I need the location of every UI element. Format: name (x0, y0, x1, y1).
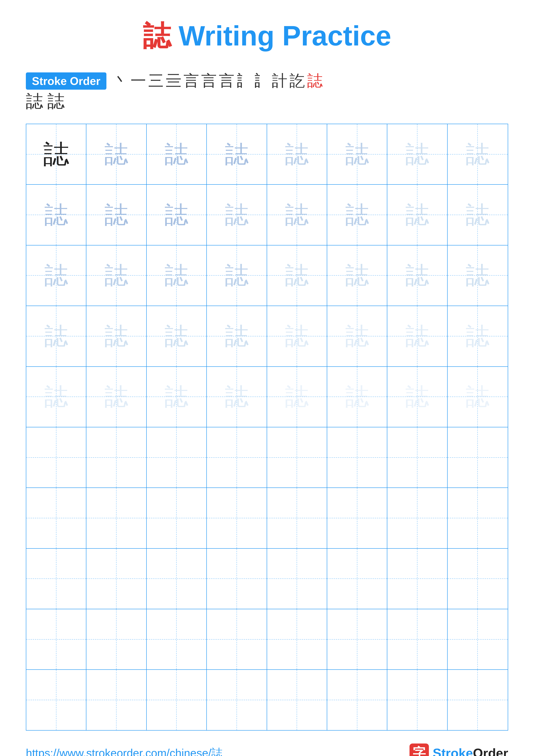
grid-row-10 (26, 670, 508, 730)
grid-cell: 誌 (207, 245, 267, 306)
grid-row-9 (26, 609, 508, 670)
grid-cell-empty[interactable] (207, 549, 267, 609)
stroke-10: 計 (272, 72, 287, 90)
grid-cell: 誌 (327, 306, 387, 366)
grid-cell-empty[interactable] (447, 670, 508, 730)
grid-cell: 誌 (207, 367, 267, 427)
grid-cell: 誌 (327, 185, 387, 245)
grid-cell-empty[interactable] (447, 549, 508, 609)
grid-cell: 誌 (447, 367, 508, 427)
stroke-second-row: 誌 誌 (26, 92, 64, 111)
page-title: 誌 Writing Practice (143, 17, 391, 55)
grid-cell-empty[interactable] (207, 670, 267, 730)
grid-cell-empty[interactable] (26, 609, 87, 669)
grid-cell-empty[interactable] (387, 427, 447, 487)
grid-cell-empty[interactable] (26, 488, 87, 548)
grid-cell-empty[interactable] (87, 427, 146, 487)
grid-cell-empty[interactable] (267, 670, 327, 730)
grid-cell: 誌 (387, 245, 447, 306)
grid-cell: 誌 (147, 185, 207, 245)
grid-cell-empty[interactable] (387, 609, 447, 669)
grid-cell: 誌 (26, 124, 87, 184)
grid-cell: 誌 (26, 367, 87, 427)
grid-cell: 誌 (327, 245, 387, 306)
grid-cell-empty[interactable] (147, 670, 207, 730)
grid-cell-empty[interactable] (327, 670, 387, 730)
grid-cell-empty[interactable] (147, 488, 207, 548)
grid-cell: 誌 (87, 367, 146, 427)
grid-cell: 誌 (267, 185, 327, 245)
grid-cell-empty[interactable] (87, 549, 146, 609)
grid-cell: 誌 (447, 245, 508, 306)
stroke-6: 言 (201, 72, 217, 90)
grid-cell: 誌 (147, 306, 207, 366)
stroke-1: 丶 (113, 72, 128, 90)
grid-row-6 (26, 427, 508, 488)
grid-cell-empty[interactable] (87, 670, 146, 730)
grid-cell-empty[interactable] (327, 488, 387, 548)
grid-cell: 誌 (327, 124, 387, 184)
grid-cell: 誌 (387, 124, 447, 184)
grid-cell: 誌 (447, 124, 508, 184)
grid-cell-empty[interactable] (147, 609, 207, 669)
grid-cell-empty[interactable] (26, 670, 87, 730)
grid-cell-empty[interactable] (387, 549, 447, 609)
grid-cell-empty[interactable] (267, 609, 327, 669)
grid-cell-empty[interactable] (26, 427, 87, 487)
grid-cell: 誌 (447, 306, 508, 366)
footer: https://www.strokeorder.com/chinese/誌 字 … (26, 743, 508, 756)
stroke-3: 三 (148, 72, 164, 90)
practice-grid: 誌 誌 誌 誌 誌 誌 誌 誌 誌 誌 誌 誌 誌 誌 誌 誌 誌 誌 誌 誌 … (26, 124, 508, 731)
grid-cell-empty[interactable] (387, 488, 447, 548)
grid-cell: 誌 (147, 124, 207, 184)
page: 誌 Writing Practice Stroke Order 丶 一 三 亖 … (0, 0, 534, 756)
grid-cell-empty[interactable] (87, 609, 146, 669)
grid-cell: 誌 (267, 306, 327, 366)
grid-cell-empty[interactable] (447, 427, 508, 487)
footer-logo-char: 字 (413, 744, 426, 756)
grid-row-3: 誌 誌 誌 誌 誌 誌 誌 誌 (26, 245, 508, 306)
grid-cell-empty[interactable] (267, 488, 327, 548)
grid-cell-empty[interactable] (267, 549, 327, 609)
grid-cell: 誌 (26, 185, 87, 245)
grid-cell: 誌 (267, 124, 327, 184)
grid-cell-empty[interactable] (387, 670, 447, 730)
grid-cell-empty[interactable] (207, 609, 267, 669)
grid-cell: 誌 (207, 306, 267, 366)
grid-cell-empty[interactable] (267, 427, 327, 487)
grid-cell: 誌 (447, 185, 508, 245)
grid-cell-empty[interactable] (447, 609, 508, 669)
grid-cell: 誌 (87, 306, 146, 366)
grid-cell-empty[interactable] (327, 609, 387, 669)
grid-row-8 (26, 549, 508, 609)
grid-cell-empty[interactable] (207, 488, 267, 548)
grid-cell: 誌 (327, 367, 387, 427)
grid-row-1: 誌 誌 誌 誌 誌 誌 誌 誌 (26, 124, 508, 185)
grid-cell: 誌 (387, 367, 447, 427)
grid-cell-empty[interactable] (87, 488, 146, 548)
grid-cell: 誌 (207, 124, 267, 184)
grid-row-5: 誌 誌 誌 誌 誌 誌 誌 誌 (26, 367, 508, 427)
stroke-order-badge: Stroke Order (26, 72, 106, 90)
grid-row-2: 誌 誌 誌 誌 誌 誌 誌 誌 (26, 185, 508, 245)
grid-cell: 誌 (207, 185, 267, 245)
grid-cell-empty[interactable] (207, 427, 267, 487)
footer-brand: 字 StrokeOrder (410, 743, 508, 756)
footer-url-link[interactable]: https://www.strokeorder.com/chinese/誌 (26, 746, 222, 756)
grid-cell: 誌 (147, 367, 207, 427)
stroke-4: 亖 (166, 72, 181, 90)
grid-cell: 誌 (387, 306, 447, 366)
grid-cell-empty[interactable] (327, 549, 387, 609)
footer-brand-name: StrokeOrder (433, 746, 508, 756)
grid-cell: 誌 (87, 185, 146, 245)
grid-cell: 誌 (87, 124, 146, 184)
grid-cell-empty[interactable] (147, 427, 207, 487)
grid-cell-empty[interactable] (327, 427, 387, 487)
grid-cell-empty[interactable] (147, 549, 207, 609)
grid-cell-empty[interactable] (447, 488, 508, 548)
footer-brand-stroke: Stroke (433, 746, 473, 756)
stroke-extra-2: 誌 (47, 92, 64, 111)
grid-row-4: 誌 誌 誌 誌 誌 誌 誌 誌 (26, 306, 508, 366)
grid-cell-empty[interactable] (26, 549, 87, 609)
grid-row-7 (26, 488, 508, 549)
